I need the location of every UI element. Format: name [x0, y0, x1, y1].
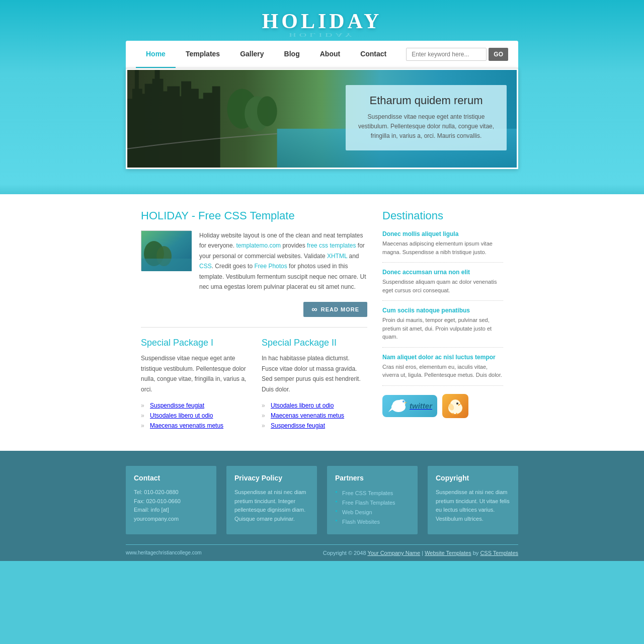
twitter-icon: [387, 398, 408, 414]
rss-link[interactable]: [442, 394, 468, 418]
hero-text: Suspendisse vitae neque eget ante tristi…: [356, 112, 497, 141]
website-templates-link[interactable]: Website Templates: [425, 550, 471, 556]
nav-contact[interactable]: Contact: [350, 41, 396, 68]
partner-link-4[interactable]: Flash Websites: [342, 519, 380, 525]
footer-copyright-title: Copyright: [436, 474, 510, 482]
read-more-label: READ MORE: [321, 306, 359, 312]
footer-contact-title: Contact: [134, 474, 208, 482]
teal-strip: [0, 184, 644, 194]
intro-text: Holiday website layout is one of the cle…: [199, 230, 367, 292]
dest-1-title[interactable]: Donec mollis aliquet ligula: [382, 230, 503, 237]
hero-banner: Etharum quidem rerum Suspendisse vitae n…: [126, 68, 518, 169]
package-2-link-3[interactable]: Suspendisse feugiat: [271, 422, 325, 429]
footer-contact-text: Tel: 010-020-0880 Fax: 020-010-0660 Emai…: [134, 488, 208, 523]
dest-4-text: Cras nisl eros, elementum eu, iaculis vi…: [382, 363, 503, 379]
package-2-link-1[interactable]: Utsodales libero ut odio: [271, 402, 334, 409]
list-item: Flash Websites: [335, 517, 410, 526]
svg-point-33: [456, 403, 458, 405]
package-1-link-1[interactable]: Suspendisse feugiat: [150, 402, 204, 409]
intro-block: Holiday website layout is one of the cle…: [141, 230, 367, 292]
css-link[interactable]: CSS: [199, 263, 212, 270]
twitter-link[interactable]: twitter: [382, 395, 437, 417]
svg-rect-16: [155, 70, 160, 168]
intro-image: [141, 230, 191, 271]
footer-copyright-col: Copyright Suspendisse at nisi nec diam p…: [428, 466, 518, 534]
nav-about[interactable]: About: [310, 41, 350, 68]
css-templates-link[interactable]: CSS Templates: [480, 550, 518, 556]
company-name-link[interactable]: Your Company Name: [367, 550, 420, 556]
footer-privacy: Privacy Policy Suspendisse at nisi nec d…: [226, 466, 317, 534]
destination-4: Nam aliquet dolor ac nisl luctus tempor …: [382, 354, 503, 386]
site-title-reflection: HOLIDAY: [0, 32, 644, 38]
destination-2: Donec accumsan urna non elit Suspendisse…: [382, 269, 503, 301]
dest-4-title[interactable]: Nam aliquet dolor ac nisl luctus tempor: [382, 354, 503, 361]
search-input[interactable]: [406, 48, 487, 61]
twitter-widget: twitter: [382, 395, 437, 417]
list-item: Suspendisse feugiat: [262, 421, 367, 431]
svg-rect-10: [181, 82, 191, 168]
left-column: HOLIDAY - Free CSS Template: [141, 209, 367, 431]
footer-copyright-text: Suspendisse at nisi nec diam pretium tin…: [436, 488, 510, 523]
search-area: GO: [406, 48, 508, 61]
partner-link-2[interactable]: Free Flash Templates: [342, 500, 395, 506]
packages-section: Special Package I Suspendisse vitae nequ…: [141, 338, 367, 431]
dest-1-text: Maecenas adipiscing elementum ipsum vita…: [382, 239, 503, 256]
package-2-text: In hac habitasse platea dictumst. Fusce …: [262, 353, 367, 394]
package-1-link-2[interactable]: Utsodales libero ut odio: [150, 412, 213, 419]
footer-privacy-title: Privacy Policy: [234, 474, 309, 482]
footer-site-url: www.heritagechristiancollege.com: [126, 550, 202, 555]
footer-bottom: www.heritagechristiancollege.com Copyrig…: [126, 544, 518, 556]
svg-point-19: [257, 96, 277, 126]
partner-link-1[interactable]: Free CSS Templates: [342, 490, 393, 496]
search-button[interactable]: GO: [489, 48, 508, 61]
footer-partners-list: Free CSS Templates Free Flash Templates …: [335, 488, 410, 526]
list-item: Web Design: [335, 507, 410, 517]
read-more-button[interactable]: ∞ READ MORE: [303, 302, 367, 317]
dest-3-title[interactable]: Cum sociis natoque penatibus: [382, 307, 503, 314]
divider: [141, 327, 367, 328]
package-2-title: Special Package II: [262, 338, 367, 348]
footer-partners: Partners Free CSS Templates Free Flash T…: [327, 466, 418, 534]
package-2-link-2[interactable]: Maecenas venenatis metus: [271, 412, 344, 419]
templatemo-link[interactable]: templatemo.com: [236, 242, 281, 249]
nav-home[interactable]: Home: [136, 41, 176, 68]
footer-contact: Contact Tel: 010-020-0880 Fax: 020-010-0…: [126, 466, 216, 534]
footer-privacy-text: Suspendisse at nisi nec diam pretium tin…: [234, 488, 309, 523]
svg-rect-23: [141, 259, 192, 271]
site-title: HOLIDAY: [0, 9, 644, 33]
nav-blog[interactable]: Blog: [274, 41, 310, 68]
infinity-icon: ∞: [311, 305, 317, 314]
svg-rect-15: [135, 70, 139, 168]
footer-bottom-right: Copyright © 2048 Your Company Name | Web…: [323, 550, 518, 556]
right-column: Destinations Donec mollis aliquet ligula…: [382, 209, 503, 431]
destination-1: Donec mollis aliquet ligula Maecenas adi…: [382, 230, 503, 263]
read-more-area: ∞ READ MORE: [141, 302, 367, 317]
list-item: Utsodales libero ut odio: [262, 400, 367, 411]
package-1-title: Special Package I: [141, 338, 247, 348]
nav-gallery[interactable]: Gallery: [230, 41, 274, 68]
package-1-link-3[interactable]: Maecenas venenatis metus: [150, 422, 223, 429]
free-photos-link[interactable]: Free Photos: [254, 263, 287, 270]
rss-widget: [442, 394, 468, 418]
footer-columns: Contact Tel: 010-020-0880 Fax: 020-010-0…: [126, 466, 518, 534]
main-section-title: HOLIDAY - Free CSS Template: [141, 209, 367, 222]
list-item: Maecenas venenatis metus: [262, 411, 367, 421]
partner-link-3[interactable]: Web Design: [342, 509, 372, 515]
destination-3: Cum sociis natoque penatibus Proin dui m…: [382, 307, 503, 348]
list-item: Maecenas venenatis metus: [141, 421, 247, 431]
nav-templates[interactable]: Templates: [176, 41, 230, 68]
free-css-link[interactable]: free css templates: [307, 242, 356, 249]
social-icons: twitter: [382, 394, 503, 418]
nav-links: Home Templates Gallery Blog About Contac…: [136, 41, 406, 68]
svg-rect-14: [212, 87, 220, 168]
package-1: Special Package I Suspendisse vitae nequ…: [141, 338, 247, 431]
dest-2-title[interactable]: Donec accumsan urna non elit: [382, 269, 503, 276]
list-item: Suspendisse feugiat: [141, 400, 247, 411]
svg-point-29: [391, 402, 406, 412]
footer: Contact Tel: 010-020-0880 Fax: 020-010-0…: [0, 451, 644, 561]
hero-overlay: Etharum quidem rerum Suspendisse vitae n…: [346, 85, 507, 150]
list-item: Free Flash Templates: [335, 498, 410, 507]
destinations-title: Destinations: [382, 209, 503, 222]
package-2-list: Utsodales libero ut odio Maecenas venena…: [262, 400, 367, 431]
xhtml-link[interactable]: XHTML: [327, 253, 347, 260]
